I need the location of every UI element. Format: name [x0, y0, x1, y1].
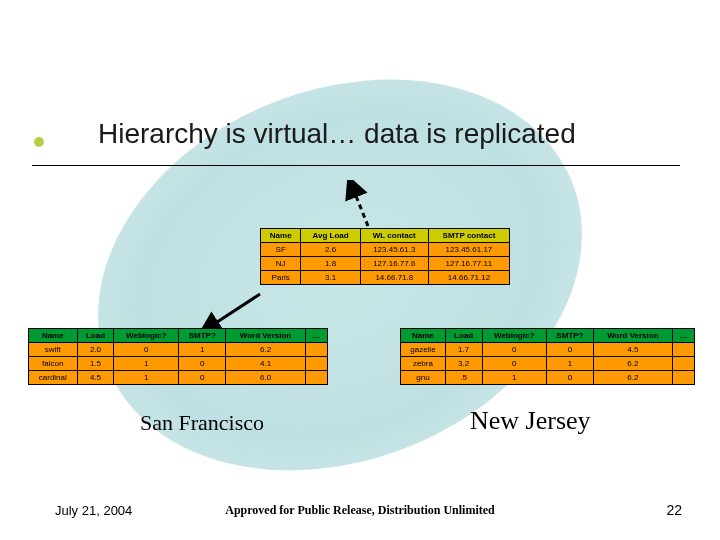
table-row: SF 2.6 123.45.61.3 123.45.61.17	[261, 243, 510, 257]
col-wl-contact: WL contact	[360, 229, 428, 243]
table-row: falcon 1.5 1 0 4.1	[29, 357, 328, 371]
nj-table: Name Load Weblogic? SMTP? Word Version ……	[400, 328, 695, 385]
table-row: Paris 3.1 14.66.71.8 14.66.71.12	[261, 271, 510, 285]
footer-release: Approved for Public Release, Distributio…	[0, 503, 720, 518]
title-underline	[32, 165, 680, 166]
table-row: cardinal 4.5 1 0 6.0	[29, 371, 328, 385]
table-row: swift 2.0 0 1 6.2	[29, 343, 328, 357]
footer-page-number: 22	[666, 502, 682, 518]
table-row: zebra 3.2 0 1 6.2	[401, 357, 695, 371]
sf-table: Name Load Weblogic? SMTP? Word Version ……	[28, 328, 328, 385]
svg-line-1	[208, 294, 260, 328]
svg-line-0	[352, 186, 368, 226]
col-avg-load: Avg Load	[301, 229, 360, 243]
slide-title: Hierarchy is virtual… data is replicated	[98, 118, 576, 150]
table-row: gnu .5 1 0 6.2	[401, 371, 695, 385]
col-name: Name	[261, 229, 301, 243]
col-smtp-contact: SMTP contact	[428, 229, 509, 243]
dashed-arrow-up-icon	[340, 180, 380, 230]
caption-sf: San Francisco	[140, 410, 264, 436]
summary-table: Name Avg Load WL contact SMTP contact SF…	[260, 228, 510, 285]
table-row: NJ 1.8 127.16.77.6 127.16.77.11	[261, 257, 510, 271]
title-bullet	[34, 137, 44, 147]
table-row: gazelle 1.7 0 0 4.5	[401, 343, 695, 357]
caption-nj: New Jersey	[470, 406, 591, 436]
